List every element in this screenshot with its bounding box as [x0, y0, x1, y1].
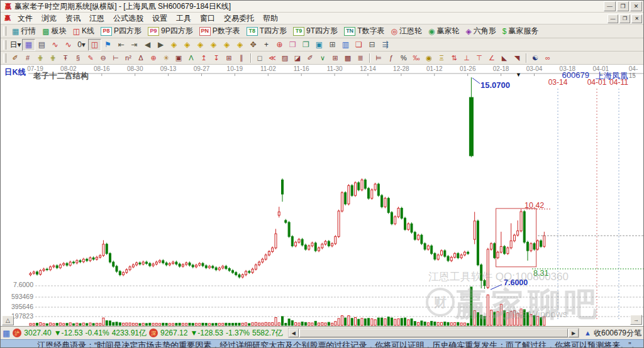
gann-diamond-4[interactable]: ◈	[207, 39, 220, 51]
step-back-button[interactable]: ◀	[141, 39, 154, 51]
pen-tool[interactable]: ✐	[9, 52, 21, 64]
menu-item-设置[interactable]: 设置	[148, 13, 172, 24]
shanghai-exchange-icon[interactable]: 沪	[13, 329, 21, 337]
jump-last-button[interactable]: ⇥	[128, 39, 141, 51]
kline-style-button[interactable]: ▦	[22, 39, 35, 51]
parallel-tool[interactable]: ∥	[235, 52, 248, 64]
toolbar-grip[interactable]	[3, 40, 6, 50]
updown-arrows-tool[interactable]: ⇅	[448, 52, 460, 64]
menu-item-公式选股[interactable]: 公式选股	[109, 13, 148, 24]
n-square-tool[interactable]: n²	[122, 52, 135, 64]
hash-grid-tool[interactable]: #	[21, 52, 34, 64]
check-wave-tool[interactable]: ∨	[316, 52, 329, 64]
t-square-button[interactable]: T8T四方形	[243, 25, 290, 37]
angle-line-tool[interactable]: ∠	[486, 52, 498, 64]
models-tool[interactable]: ⊨	[372, 52, 385, 64]
close-button[interactable]: ✕	[630, 1, 642, 11]
shenzhen-exchange-icon[interactable]: 深	[149, 329, 158, 337]
mdi-close-button[interactable]: ✕	[631, 14, 642, 23]
fan-lines-tool[interactable]: ≪	[266, 52, 279, 64]
wave-tool[interactable]: Λ	[185, 52, 197, 64]
t9-square-button[interactable]: T99T四方形	[290, 25, 341, 37]
menu-item-工具[interactable]: 工具	[172, 13, 196, 24]
trend-line-b-button[interactable]: ∿	[62, 39, 75, 51]
function-tool[interactable]: ƒ	[385, 52, 397, 64]
period-day-dropdown[interactable]: 日▾	[9, 39, 22, 51]
kline-button[interactable]: ◫K线	[70, 25, 97, 37]
winner-service-button[interactable]: $赢家服务	[499, 25, 542, 37]
stamp-button[interactable]: ❒	[286, 39, 299, 51]
scroll-left-arrow[interactable]: ◀	[289, 329, 299, 337]
send-button[interactable]: ⇶	[379, 39, 392, 51]
dense-grid-tool[interactable]: ▩	[341, 52, 354, 64]
grid-overlay-tool[interactable]: ⊞	[223, 52, 235, 64]
cards-button[interactable]: ❐	[299, 39, 313, 51]
quote-grid-icon[interactable]: ▦	[3, 329, 10, 338]
calendar-button[interactable]: ▣	[313, 39, 326, 51]
menu-item-帮助[interactable]: 帮助	[258, 13, 282, 24]
spiral-tool[interactable]: §	[72, 52, 84, 64]
print-button[interactable]: ⊟	[365, 39, 379, 51]
p9-square-button[interactable]: P99P四方形	[145, 25, 196, 37]
corner-lower-tool[interactable]: ◣	[498, 52, 511, 64]
report-button[interactable]: ▥	[339, 39, 352, 51]
corner-upper-tool[interactable]: ◥	[511, 52, 523, 64]
hexagon-button[interactable]: ◈六角形	[462, 25, 499, 37]
lattice-tool[interactable]: ⊞	[329, 52, 341, 64]
angle-tool[interactable]: Δ	[135, 52, 147, 64]
ellipse-cycle-tool[interactable]: ⊖	[97, 52, 109, 64]
pencil-tool[interactable]: ✎	[84, 52, 97, 64]
circle-compass-tool[interactable]: ⊕	[147, 52, 160, 64]
gann-diamond-2[interactable]: ◈	[180, 39, 194, 51]
crosshair-button[interactable]: +	[260, 39, 273, 51]
winner-wheel-button[interactable]: ◉赢家轮	[425, 25, 462, 37]
photo-frame-tool[interactable]: ▣	[172, 52, 185, 64]
menu-item-文件[interactable]: 文件	[13, 13, 37, 24]
trend-line-a-button[interactable]: ∿	[48, 39, 62, 51]
yin-yang-tool[interactable]: ☯	[529, 52, 541, 64]
note-panel-button[interactable]: ▤	[35, 39, 48, 51]
freehand-tool[interactable]: ✐	[304, 52, 316, 64]
chart-area[interactable]: 日K线 老子十二宫结构 600679 上海凤凰 07-1908-0208-160…	[1, 65, 644, 326]
step-forward-button[interactable]: ▶	[154, 39, 167, 51]
t-number-table-button[interactable]: TNT数字表	[341, 25, 387, 37]
golden-ring-tool[interactable]: ◉	[423, 52, 435, 64]
menu-item-江恩[interactable]: 江恩	[85, 13, 109, 24]
hatch-box-tool[interactable]: ▨	[279, 52, 291, 64]
p-square-button[interactable]: P8P四方形	[97, 25, 145, 37]
support-tool[interactable]: ⊥	[460, 52, 473, 64]
kline-highlight-button[interactable]: ◫	[88, 39, 101, 51]
quotes-button[interactable]: ▦行情	[9, 25, 39, 37]
gann-diamond-6[interactable]: ◈	[233, 39, 247, 51]
corner-arrow-button[interactable]: →	[630, 315, 642, 325]
menu-item-交易委托[interactable]: 交易委托	[219, 13, 258, 24]
toolbar-grip[interactable]	[3, 53, 6, 63]
golden-section-tool[interactable]: Ξ	[435, 52, 448, 64]
select-frame-tool[interactable]: ◻	[253, 52, 266, 64]
gann-square-large-tool[interactable]: ⋕	[47, 52, 59, 64]
expand-panel-button[interactable]: △	[2, 315, 14, 325]
save-disk-button[interactable]: ❏	[352, 39, 365, 51]
ruler-tool[interactable]: ⊢	[109, 52, 122, 64]
jump-first-button[interactable]: ⇤	[114, 39, 128, 51]
horizontal-scrollbar[interactable]: ◀ ▶	[288, 328, 579, 338]
flag-marker-button[interactable]: ⚑	[101, 39, 114, 51]
minimize-button[interactable]: —	[604, 1, 616, 11]
mdi-minimize-button[interactable]: —	[608, 14, 618, 23]
infinity-tool[interactable]: ∞	[541, 52, 554, 64]
triple-line-tool[interactable]: ≣	[354, 52, 367, 64]
picker-button[interactable]: ⊕	[273, 39, 286, 51]
menu-item-浏览[interactable]: 浏览	[37, 13, 61, 24]
resistance-tool[interactable]: ⊤	[473, 52, 486, 64]
arrow-down-tool[interactable]: ↧	[210, 52, 223, 64]
corner-box-tool[interactable]: ◪	[291, 52, 304, 64]
toolbar-grip[interactable]	[3, 26, 6, 36]
drop-marker-dropdown[interactable]: 0▾	[75, 39, 88, 51]
restore-button[interactable]: ❐	[617, 1, 629, 11]
t-square-tool[interactable]: Ŧ	[59, 52, 72, 64]
mdi-restore-button[interactable]: ❐	[619, 14, 630, 23]
scroll-right-arrow[interactable]: ▶	[569, 329, 579, 337]
gann-wheel-button[interactable]: ◎江恩轮	[387, 25, 425, 37]
pan-hand-button[interactable]: ✥	[247, 39, 260, 51]
sectors-button[interactable]: ▩板块	[39, 25, 69, 37]
